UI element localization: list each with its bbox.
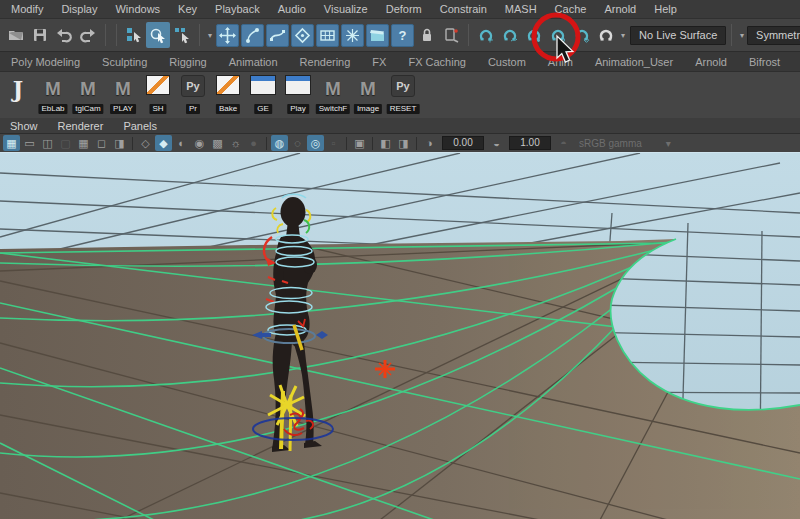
select-object-icon[interactable] xyxy=(146,22,170,48)
menu-item[interactable]: Playback xyxy=(206,3,269,15)
ik-handle-icon[interactable] xyxy=(241,24,264,47)
diamond-tool-icon[interactable] xyxy=(291,24,314,47)
menu-item[interactable]: Windows xyxy=(106,3,169,15)
undo-icon[interactable] xyxy=(52,22,76,48)
menu-item[interactable]: Display xyxy=(52,3,106,15)
snap-to-curves-icon[interactable] xyxy=(498,22,522,48)
paint-tool-icon[interactable] xyxy=(439,22,463,48)
help-glyph: ? xyxy=(399,28,407,43)
exposure-field[interactable]: 0.00 xyxy=(442,136,484,150)
image-plane-icon[interactable]: ◎ xyxy=(307,135,324,151)
contrast-icon[interactable]: ◒ xyxy=(488,135,505,151)
panel-menu-item[interactable]: Renderer xyxy=(48,120,114,132)
panel-menu-item[interactable]: Show xyxy=(0,120,48,132)
camera-attributes-icon[interactable]: ◍ xyxy=(271,135,288,151)
shelf-button[interactable]: Play xyxy=(282,75,314,115)
lock-icon[interactable] xyxy=(415,22,439,48)
exposure-icon[interactable]: ◑ xyxy=(421,135,438,151)
shelf-tab[interactable]: Rendering xyxy=(289,56,362,68)
gamma-field[interactable]: 1.00 xyxy=(509,136,551,150)
motion-blur-icon[interactable]: ● xyxy=(245,135,262,151)
select-component-icon[interactable] xyxy=(170,22,194,48)
field-chart-icon[interactable]: ▦ xyxy=(75,135,92,151)
symmetry-dropdown[interactable]: Symmetry: Off xyxy=(747,26,800,45)
film-gate-icon[interactable]: ▭ xyxy=(21,135,38,151)
menu-item[interactable]: Modify xyxy=(2,3,52,15)
bookmark-icon[interactable]: ◌ xyxy=(289,135,306,151)
menu-item[interactable]: Deform xyxy=(377,3,431,15)
move-tool-icon[interactable] xyxy=(216,24,239,47)
shelf-tab[interactable]: Sculpting xyxy=(91,56,158,68)
cluster-tool-icon[interactable] xyxy=(341,24,364,47)
menu-item[interactable]: Audio xyxy=(269,3,315,15)
shelf-button[interactable]: Py Pr xyxy=(177,75,209,115)
use-all-lights-icon[interactable]: ◉ xyxy=(191,135,208,151)
shelf-tab[interactable]: Animation_User xyxy=(584,56,684,68)
shelf-tab[interactable]: Custom xyxy=(477,56,537,68)
xray-joints-icon[interactable]: ◨ xyxy=(395,135,412,151)
shelf-tab[interactable]: CreativeCa xyxy=(791,56,800,68)
make-live-chevron-icon[interactable]: ▾ xyxy=(618,31,628,40)
shelf-tab[interactable]: FX Caching xyxy=(397,56,476,68)
help-icon[interactable]: ? xyxy=(391,24,414,47)
live-surface-field[interactable]: No Live Surface xyxy=(630,26,726,45)
safe-action-icon[interactable]: ◻ xyxy=(93,135,110,151)
shelf-button[interactable]: Bake xyxy=(212,75,244,115)
lattice-tool-icon[interactable] xyxy=(316,24,339,47)
render-clapper-icon[interactable] xyxy=(366,24,389,47)
gate-mask-icon[interactable]: ▢ xyxy=(57,135,74,151)
shelf-button-label: Image xyxy=(354,104,382,114)
shelf-tab[interactable]: Rigging xyxy=(158,56,217,68)
shelf-tab[interactable]: Animation xyxy=(218,56,289,68)
menu-item[interactable]: Cache xyxy=(546,3,596,15)
shelf-tab[interactable]: Arnold xyxy=(684,56,738,68)
ambient-occlusion-icon[interactable]: ☼ xyxy=(227,135,244,151)
viewport-3d[interactable] xyxy=(0,152,800,519)
shelf-button[interactable]: J xyxy=(2,75,34,115)
menu-item[interactable]: Visualize xyxy=(315,3,377,15)
panel-menu-item[interactable]: Panels xyxy=(113,120,167,132)
chevron-down-icon[interactable]: ▾ xyxy=(737,31,747,40)
curve-tool-icon[interactable] xyxy=(266,24,289,47)
resolution-gate-icon[interactable]: ◫ xyxy=(39,135,56,151)
open-scene-icon[interactable] xyxy=(4,22,28,48)
shelf-tab[interactable]: Anim xyxy=(537,56,584,68)
isolate-select-icon[interactable]: ▣ xyxy=(351,135,368,151)
snap-to-projected-center-icon[interactable] xyxy=(546,22,570,48)
shelf-button[interactable]: M SwitchF xyxy=(317,75,349,115)
select-hierarchy-icon[interactable] xyxy=(122,22,146,48)
menu-item[interactable]: Key xyxy=(169,3,206,15)
menu-item[interactable]: Constrain xyxy=(431,3,496,15)
grid-toggle-icon[interactable]: ▦ xyxy=(3,135,20,151)
shadows-icon[interactable]: ▩ xyxy=(209,135,226,151)
shelf-button[interactable]: M Image xyxy=(352,75,384,115)
shelf-button[interactable]: SH xyxy=(142,75,174,115)
menu-item[interactable]: Arnold xyxy=(595,3,645,15)
xray-icon[interactable]: ◧ xyxy=(377,135,394,151)
view-cube-icon[interactable]: ▫ xyxy=(325,135,342,151)
shelf-button[interactable]: M PLAY xyxy=(107,75,139,115)
shelf-tab[interactable]: Poly Modeling xyxy=(0,56,91,68)
colorspace-dropdown[interactable]: sRGB gamma ▾ xyxy=(573,138,677,149)
snap-to-view-planes-icon[interactable] xyxy=(570,22,594,48)
textured-display-icon[interactable]: ◐ xyxy=(173,135,190,151)
shelf-button[interactable]: Py RESET xyxy=(387,75,419,115)
safe-title-icon[interactable]: ◨ xyxy=(111,135,128,151)
chevron-down-icon: ▾ xyxy=(666,138,671,149)
wireframe-display-icon[interactable]: ◇ xyxy=(137,135,154,151)
save-scene-icon[interactable] xyxy=(28,22,52,48)
chevron-down-icon[interactable]: ▾ xyxy=(205,31,215,40)
menu-item[interactable]: MASH xyxy=(496,3,546,15)
make-live-icon[interactable] xyxy=(594,22,618,48)
menu-item[interactable]: Help xyxy=(645,3,686,15)
shelf-tab[interactable]: FX xyxy=(361,56,397,68)
shaded-display-icon[interactable]: ◆ xyxy=(155,135,172,151)
shelf-button[interactable]: M tglCam xyxy=(72,75,104,115)
snap-to-points-icon[interactable] xyxy=(522,22,546,48)
snap-to-grids-icon[interactable] xyxy=(474,22,498,48)
shelf-tab[interactable]: Bifrost xyxy=(738,56,791,68)
shelf-button[interactable]: M EbLab xyxy=(37,75,69,115)
redo-icon[interactable] xyxy=(76,22,100,48)
shelf-button-label: Pr xyxy=(186,104,200,114)
shelf-button[interactable]: GE xyxy=(247,75,279,115)
